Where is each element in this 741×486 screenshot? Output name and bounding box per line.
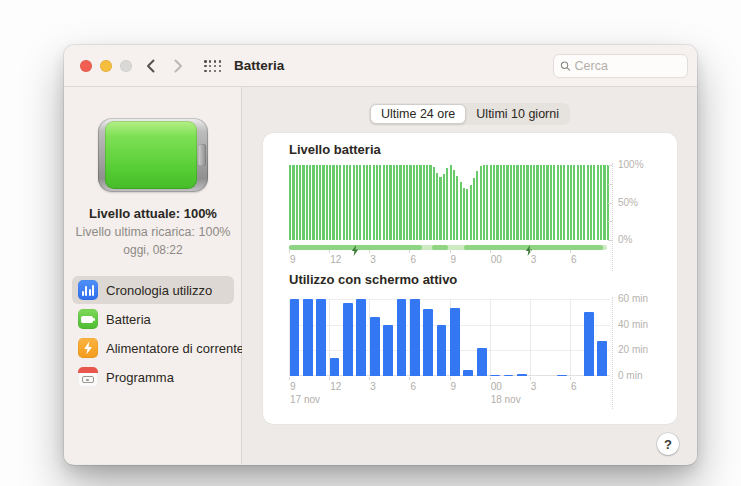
battery-level-bar bbox=[436, 173, 438, 241]
battery-level-bar bbox=[603, 165, 605, 240]
battery-level-bar bbox=[416, 165, 418, 240]
sidebar-item-label: Programma bbox=[106, 370, 174, 385]
battery-level-bar bbox=[466, 189, 468, 240]
battery-level-bar bbox=[520, 165, 522, 240]
battery-level-bar bbox=[523, 165, 525, 240]
date-label: 18 nov bbox=[491, 394, 521, 405]
battery-level-bar bbox=[353, 165, 355, 240]
x-axis-label: 3 bbox=[370, 381, 376, 392]
y-axis-tick bbox=[608, 240, 612, 241]
usage-bar bbox=[490, 375, 500, 376]
sidebar-item-alimentatore[interactable]: Alimentatore di corrente bbox=[72, 334, 234, 362]
battery-level-bar bbox=[550, 165, 552, 240]
battery-level-bar bbox=[426, 165, 428, 240]
usage-history-icon bbox=[78, 280, 98, 300]
battery-level-bar bbox=[433, 167, 435, 240]
help-button[interactable]: ? bbox=[657, 433, 679, 455]
battery-level-bar bbox=[560, 165, 562, 240]
usage-bar bbox=[423, 309, 433, 376]
tab-ultime-24-ore[interactable]: Ultime 24 ore bbox=[370, 104, 466, 124]
x-axis-label: 6 bbox=[410, 254, 416, 265]
x-axis-label: 12 bbox=[330, 381, 341, 392]
sidebar-item-programma[interactable]: Programma bbox=[72, 363, 234, 391]
forward-button[interactable] bbox=[170, 58, 186, 74]
battery-level-bar bbox=[540, 165, 542, 240]
battery-level-bar bbox=[533, 165, 535, 240]
battery-level-bar bbox=[289, 165, 291, 240]
battery-level-bar bbox=[587, 165, 589, 240]
battery-level-bar bbox=[376, 165, 378, 240]
battery-level-bar bbox=[593, 165, 595, 240]
zoom-button[interactable] bbox=[120, 60, 132, 72]
battery-level-bar bbox=[563, 165, 565, 240]
x-axis-tick bbox=[570, 377, 571, 380]
battery-level-chart-title: Livello batteria bbox=[289, 142, 381, 157]
screen-on-usage-chart bbox=[289, 299, 610, 376]
sidebar-item-label: Batteria bbox=[106, 312, 151, 327]
usage-bar bbox=[584, 312, 594, 376]
x-axis-tick bbox=[329, 377, 330, 380]
battery-level-bar bbox=[413, 165, 415, 240]
x-axis-tick bbox=[409, 250, 410, 253]
battery-level-bar bbox=[453, 170, 455, 241]
x-axis-tick bbox=[530, 377, 531, 380]
battery-level-bar bbox=[299, 165, 301, 240]
screen-on-usage-y-axis bbox=[612, 297, 613, 409]
usage-bar bbox=[356, 299, 366, 376]
charging-strip bbox=[289, 245, 607, 250]
gridline-horizontal bbox=[289, 299, 610, 300]
usage-bar bbox=[410, 299, 420, 376]
usage-bar bbox=[343, 303, 353, 376]
battery-level-bar bbox=[363, 165, 365, 240]
battery-level-bar bbox=[389, 165, 391, 240]
battery-level-y-axis bbox=[612, 163, 613, 271]
usage-bar bbox=[370, 317, 380, 376]
battery-level-bar bbox=[570, 165, 572, 240]
x-axis-tick bbox=[289, 377, 290, 380]
battery-level-bar bbox=[322, 165, 324, 240]
power-adapter-icon bbox=[78, 338, 98, 358]
search-field[interactable] bbox=[553, 54, 688, 78]
search-input[interactable] bbox=[575, 59, 681, 73]
tab-ultimi-10-giorni[interactable]: Ultimi 10 giorni bbox=[466, 104, 569, 124]
show-all-grid-button[interactable] bbox=[204, 60, 222, 73]
battery-level-bar bbox=[493, 165, 495, 240]
battery-level-bar bbox=[490, 165, 492, 240]
battery-icon bbox=[78, 309, 98, 329]
x-axis-tick bbox=[530, 250, 531, 253]
usage-bar bbox=[597, 341, 607, 376]
x-axis-tick bbox=[409, 377, 410, 380]
charging-segment bbox=[464, 245, 603, 250]
y-axis-label: 0% bbox=[618, 234, 632, 245]
battery-last-charge-level: Livello ultima ricarica: 100% bbox=[64, 225, 242, 239]
battery-level-bar bbox=[580, 165, 582, 240]
usage-bar bbox=[303, 299, 313, 376]
time-range-segmented-control: Ultime 24 ore Ultimi 10 giorni bbox=[369, 103, 570, 125]
sidebar-item-label: Alimentatore di corrente bbox=[106, 341, 244, 356]
usage-bar bbox=[557, 375, 567, 376]
battery-level-bar bbox=[366, 165, 368, 240]
x-axis-label: 00 bbox=[491, 254, 502, 265]
battery-level-bar bbox=[379, 165, 381, 240]
battery-level-bar bbox=[409, 165, 411, 240]
back-button[interactable] bbox=[142, 58, 158, 74]
battery-level-bar bbox=[369, 165, 371, 240]
sidebar-item-cronologia-utilizzo[interactable]: Cronologia utilizzo bbox=[72, 276, 234, 304]
battery-level-bar bbox=[393, 165, 395, 240]
battery-level-bar bbox=[296, 165, 298, 240]
battery-graphic-level bbox=[105, 121, 197, 189]
battery-level-bar bbox=[543, 165, 545, 240]
battery-level-bar bbox=[470, 185, 472, 241]
battery-level-bar bbox=[419, 165, 421, 240]
x-axis-label: 3 bbox=[531, 254, 537, 265]
sidebar-item-batteria[interactable]: Batteria bbox=[72, 305, 234, 333]
usage-bar bbox=[504, 375, 514, 376]
minimize-button[interactable] bbox=[100, 60, 112, 72]
battery-level-bar bbox=[483, 165, 485, 240]
y-axis-tick bbox=[608, 184, 612, 185]
battery-level-bar bbox=[306, 165, 308, 240]
battery-level-bar bbox=[343, 165, 345, 240]
close-button[interactable] bbox=[80, 60, 92, 72]
x-axis-label: 9 bbox=[451, 381, 457, 392]
battery-level-bar bbox=[500, 165, 502, 240]
